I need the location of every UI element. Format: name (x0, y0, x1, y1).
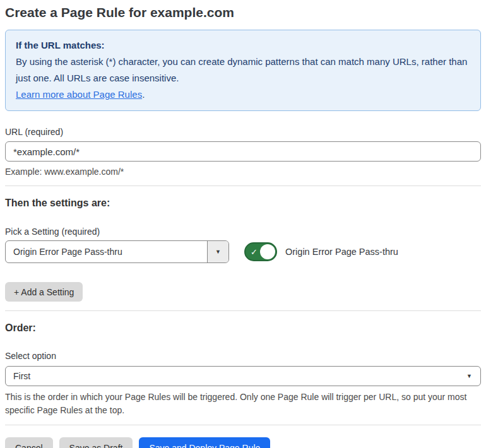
create-page-rule-form: Create a Page Rule for example.com If th… (5, 4, 481, 448)
url-input[interactable] (5, 141, 481, 162)
setting-select-arrow-button[interactable]: ▼ (207, 241, 228, 262)
setting-row: Origin Error Page Pass-thru ▼ ✓ Origin E… (5, 240, 481, 263)
check-icon: ✓ (251, 248, 258, 256)
order-select-label: Select option (5, 350, 481, 362)
learn-more-link[interactable]: Learn more about Page Rules (16, 89, 142, 100)
save-deploy-button[interactable]: Save and Deploy Page Rule (139, 437, 270, 448)
footer-actions: Cancel Save as Draft Save and Deploy Pag… (5, 437, 481, 448)
order-section-heading: Order: (5, 321, 481, 335)
order-help-text: This is the order in which your Page Rul… (5, 391, 481, 417)
chevron-down-icon: ▼ (466, 374, 480, 379)
toggle-knob (260, 244, 275, 259)
section-divider (5, 425, 481, 425)
add-setting-button[interactable]: + Add a Setting (5, 282, 83, 302)
url-match-info-box: If the URL matches: By using the asteris… (5, 30, 481, 111)
info-box-body: By using the asterisk (*) character, you… (16, 54, 470, 86)
setting-toggle-label: Origin Error Page Pass-thru (285, 247, 398, 257)
setting-enabled-toggle[interactable]: ✓ (244, 242, 277, 261)
order-select[interactable]: First ▼ (5, 366, 481, 386)
order-select-value: First (6, 371, 466, 381)
cancel-button[interactable]: Cancel (5, 437, 53, 448)
info-box-link-line: Learn more about Page Rules. (16, 86, 470, 103)
link-suffix-period: . (142, 89, 145, 100)
section-divider (5, 186, 481, 186)
save-draft-button[interactable]: Save as Draft (59, 437, 133, 448)
info-box-heading: If the URL matches: (16, 37, 470, 54)
settings-section-heading: Then the settings are: (5, 196, 481, 210)
chevron-down-icon: ▼ (215, 249, 221, 255)
page-title: Create a Page Rule for example.com (5, 4, 481, 21)
section-divider (5, 310, 481, 311)
url-example-text: Example: www.example.com/* (5, 165, 481, 179)
setting-select[interactable]: Origin Error Page Pass-thru ▼ (5, 240, 229, 263)
pick-setting-label: Pick a Setting (required) (5, 226, 481, 237)
setting-select-value: Origin Error Page Pass-thru (6, 247, 207, 257)
url-label: URL (required) (5, 126, 481, 138)
